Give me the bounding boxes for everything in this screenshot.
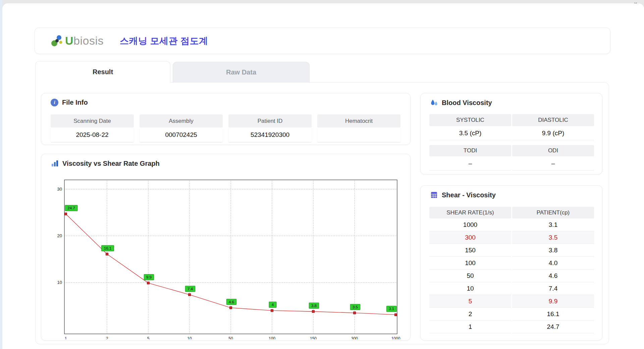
svg-text:5: 5	[147, 336, 150, 339]
field-hematocrit: Hematocrit	[317, 114, 400, 142]
patient-value-cell: 24.7	[512, 320, 594, 333]
shear-rate-cell: 150	[429, 244, 511, 257]
patient-value-cell: 16.1	[512, 308, 594, 320]
svg-text:3.1: 3.1	[389, 307, 394, 311]
systolic-label: SYSTOLIC	[429, 114, 511, 126]
shear-rate-cell: 1000	[429, 218, 511, 231]
table-row: 5 9.9	[429, 295, 594, 308]
field-label: Patient ID	[228, 114, 312, 128]
table-row: 1000 3.1	[429, 218, 594, 231]
blood-viscosity-title: Blood Viscosity	[442, 99, 492, 107]
svg-text:30: 30	[57, 187, 62, 192]
svg-text:9.9: 9.9	[146, 275, 152, 279]
field-assembly: Assembly 000702425	[140, 114, 223, 142]
svg-text:4.6: 4.6	[229, 300, 234, 304]
logo-dots-icon	[50, 34, 64, 48]
col-patient: PATIENT(cp)	[512, 207, 594, 218]
field-label: Hematocrit	[317, 114, 400, 128]
file-info-card: i File Info Scanning Date 2025-08-22 Ass…	[41, 93, 411, 145]
shear-rate-cell: 2	[429, 308, 511, 320]
odi-value: –	[512, 156, 594, 170]
svg-text:10: 10	[57, 280, 62, 285]
shear-rate-cell: 50	[429, 269, 511, 282]
odi-label: ODI	[512, 145, 594, 156]
table-row: 300 3.5	[429, 231, 594, 244]
svg-text:4: 4	[272, 303, 274, 307]
brand-rest: biosis	[73, 34, 104, 47]
todi-value: –	[429, 156, 511, 170]
svg-text:100: 100	[269, 336, 275, 339]
field-value: 52341920300	[228, 128, 312, 142]
systolic-value: 3.5 (cP)	[429, 126, 511, 140]
svg-text:24.7: 24.7	[67, 206, 75, 210]
viscosity-graph-card: Viscosity vs Shear Rate Graph 1020301251…	[41, 154, 411, 341]
svg-text:1000: 1000	[391, 336, 400, 339]
field-patient-id: Patient ID 52341920300	[228, 114, 312, 142]
field-label: Assembly	[140, 114, 223, 128]
svg-text:10: 10	[187, 336, 192, 339]
app-screen: × Ubiosis 스캐닝 모세관 점도계 Result Raw Data i …	[0, 0, 644, 349]
shear-viscosity-table: SHEAR RATE(1/s) PATIENT(cp) 1000 3.1 300…	[429, 207, 594, 333]
shear-rate-cell: 300	[429, 231, 511, 244]
table-row: 100 4.0	[429, 257, 594, 269]
shear-rate-cell: 10	[429, 282, 511, 295]
brand-name: Ubiosis	[65, 34, 104, 47]
shear-rate-cell: 100	[429, 257, 511, 269]
diastolic-value: 9.9 (cP)	[512, 126, 594, 140]
brand-initial: U	[65, 34, 73, 47]
shear-viscosity-card: Shear - Viscosity SHEAR RATE(1/s) PATIEN…	[420, 185, 602, 341]
svg-text:2: 2	[106, 336, 108, 339]
diastolic-label: DIASTOLIC	[512, 114, 594, 126]
svg-text:300: 300	[351, 336, 358, 339]
tab-raw-data[interactable]: Raw Data	[173, 62, 310, 83]
table-row: 10 7.4	[429, 282, 594, 295]
ubiosis-logo: Ubiosis	[50, 34, 104, 48]
shear-rate-cell: 1	[429, 320, 511, 333]
svg-text:7.4: 7.4	[187, 287, 193, 291]
svg-text:150: 150	[310, 336, 317, 339]
table-row: 150 3.8	[429, 244, 594, 257]
file-info-title: File Info	[62, 99, 88, 106]
patient-value-cell: 3.1	[512, 218, 594, 231]
patient-value-cell: 9.9	[512, 295, 594, 308]
svg-text:1: 1	[65, 336, 67, 339]
field-scanning-date: Scanning Date 2025-08-22	[51, 114, 134, 142]
table-grid-icon	[430, 191, 438, 199]
window-left-edge	[0, 0, 2, 349]
blood-viscosity-table: SYSTOLIC DIASTOLIC 3.5 (cP) 9.9 (cP) TOD…	[429, 114, 594, 170]
droplet-icon	[430, 99, 438, 107]
header-card: Ubiosis 스캐닝 모세관 점도계	[35, 28, 610, 54]
svg-text:50: 50	[228, 336, 233, 339]
table-row: 1 24.7	[429, 320, 594, 333]
bar-chart-icon	[51, 159, 59, 167]
svg-text:3.8: 3.8	[311, 304, 317, 308]
svg-text:3.5: 3.5	[353, 305, 358, 309]
shear-viscosity-title: Shear - Viscosity	[442, 191, 496, 199]
patient-value-cell: 4.0	[512, 257, 594, 269]
app-title: 스캐닝 모세관 점도계	[120, 35, 208, 47]
tab-result[interactable]: Result	[35, 61, 170, 83]
svg-text:20: 20	[57, 233, 62, 238]
table-row: 50 4.6	[429, 269, 594, 282]
patient-value-cell: 3.5	[512, 231, 594, 244]
blood-viscosity-card: Blood Viscosity SYSTOLIC DIASTOLIC 3.5 (…	[420, 93, 602, 174]
table-row: 2 16.1	[429, 308, 594, 320]
viscosity-chart-svg: 1020301251050100150300100024.716.19.97.4…	[51, 176, 402, 339]
todi-label: TODI	[429, 145, 511, 156]
field-value: 2025-08-22	[51, 128, 134, 142]
graph-title: Viscosity vs Shear Rate Graph	[62, 160, 160, 167]
svg-text:16.1: 16.1	[104, 246, 111, 250]
patient-value-cell: 3.8	[512, 244, 594, 257]
patient-value-cell: 7.4	[512, 282, 594, 295]
file-info-fields: Scanning Date 2025-08-22 Assembly 000702…	[51, 114, 400, 142]
patient-value-cell: 4.6	[512, 269, 594, 282]
col-shear-rate: SHEAR RATE(1/s)	[429, 207, 511, 218]
shear-rate-cell: 5	[429, 295, 511, 308]
info-icon: i	[51, 99, 58, 106]
field-label: Scanning Date	[51, 114, 134, 128]
field-value: 000702425	[140, 128, 223, 142]
field-value	[317, 128, 400, 142]
table-header-row: SHEAR RATE(1/s) PATIENT(cp)	[429, 207, 594, 218]
